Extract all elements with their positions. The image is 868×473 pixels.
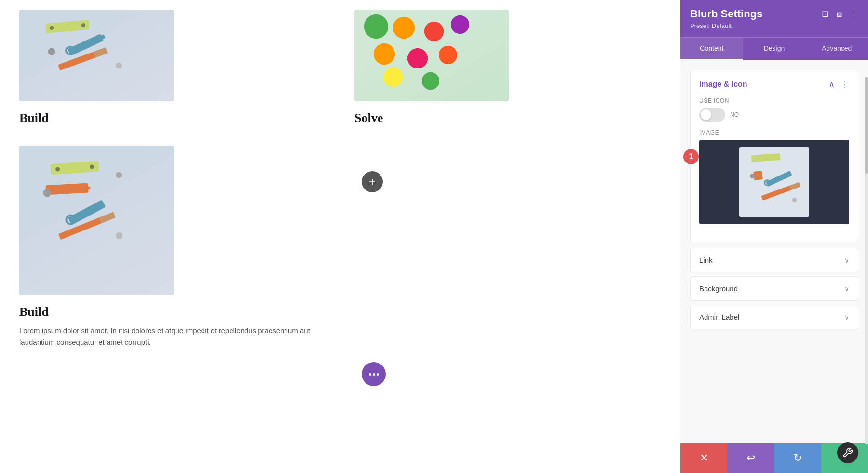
- image-icon-section: Image & Icon ∧ ⋮ 1 Use Icon NO Ima: [690, 70, 858, 243]
- settings-header: Blurb Settings ⊡ ⧈ ⋮ Preset: Default: [680, 0, 868, 37]
- cancel-icon: ✕: [700, 452, 708, 464]
- tab-design[interactable]: Design: [743, 38, 806, 60]
- add-icon: +: [369, 175, 376, 189]
- blurb-grid: Build: [19, 10, 661, 348]
- use-icon-label: Use Icon: [699, 97, 849, 104]
- wrench-icon: [842, 447, 853, 458]
- tab-content[interactable]: Content: [680, 38, 743, 60]
- settings-title: Blurb Settings: [690, 8, 762, 20]
- link-section-title: Link: [699, 256, 713, 264]
- background-accordion: Background ∨: [690, 276, 858, 301]
- use-icon-field: Use Icon NO: [699, 97, 849, 122]
- main-content: Build: [0, 0, 680, 473]
- settings-body: Image & Icon ∧ ⋮ 1 Use Icon NO Ima: [680, 60, 868, 443]
- preset-label: Preset: Default: [690, 22, 858, 29]
- scrollbar-thumb[interactable]: [865, 77, 868, 174]
- blurb-image-build-bottom: [19, 146, 174, 295]
- redo-button[interactable]: ↻: [774, 443, 821, 473]
- header-icons: ⊡ ⧈ ⋮: [822, 9, 858, 19]
- background-accordion-arrow: ∨: [844, 285, 849, 293]
- toggle-value: NO: [730, 111, 739, 118]
- tab-advanced[interactable]: Advanced: [805, 38, 868, 60]
- scrollbar-track: [865, 77, 868, 444]
- kebab-icon[interactable]: ⋮: [850, 9, 858, 19]
- section-menu-icon[interactable]: ⋮: [841, 79, 849, 90]
- blurb-image-solve: [354, 10, 509, 101]
- background-accordion-header[interactable]: Background ∨: [691, 277, 858, 300]
- settings-tabs: Content Design Advanced: [680, 37, 868, 60]
- image-thumbnail: [739, 147, 809, 217]
- more-options-button[interactable]: [362, 362, 386, 386]
- blurb-card-empty: [354, 146, 661, 348]
- admin-label-section-title: Admin Label: [699, 313, 739, 321]
- blurb-card-solve: Solve: [354, 10, 661, 131]
- background-section-title: Background: [699, 284, 738, 293]
- redo-icon: ↻: [793, 452, 802, 464]
- settings-panel: Blurb Settings ⊡ ⧈ ⋮ Preset: Default Con…: [680, 0, 868, 473]
- undo-icon: ↩: [746, 452, 755, 464]
- section-title-image-icon: Image & Icon: [699, 80, 747, 89]
- more-dots: [369, 373, 379, 376]
- admin-label-accordion-header[interactable]: Admin Label ∨: [691, 305, 858, 329]
- image-preview[interactable]: [699, 140, 849, 224]
- link-accordion-arrow: ∨: [844, 257, 849, 264]
- use-icon-toggle[interactable]: [699, 108, 725, 122]
- blurb-card-build-top: Build: [19, 10, 326, 131]
- link-accordion-header[interactable]: Link ∨: [691, 248, 858, 272]
- link-accordion: Link ∨: [690, 248, 858, 272]
- toggle-knob: [701, 109, 711, 120]
- blurb-text-build-bottom: Lorem ipsum dolor sit amet. In nisi dolo…: [19, 325, 326, 348]
- wrench-button[interactable]: [837, 442, 858, 463]
- add-blurb-button[interactable]: +: [362, 171, 383, 192]
- collapse-icon[interactable]: ∧: [828, 79, 835, 90]
- blurb-title-build-top: Build: [19, 111, 326, 125]
- admin-label-accordion-arrow: ∨: [844, 313, 849, 321]
- blurb-title-solve: Solve: [354, 111, 661, 125]
- admin-label-accordion: Admin Label ∨: [690, 305, 858, 329]
- columns-icon[interactable]: ⧈: [837, 9, 842, 19]
- blurb-image-build-top: [19, 10, 174, 101]
- fullscreen-icon[interactable]: ⊡: [822, 9, 829, 19]
- section-badge: 1: [683, 149, 699, 164]
- image-field-label: Image: [699, 129, 849, 136]
- blurb-title-build-bottom: Build: [19, 305, 326, 319]
- undo-button[interactable]: ↩: [727, 443, 774, 473]
- cancel-button[interactable]: ✕: [680, 443, 727, 473]
- blurb-card-build-bottom: Build Lorem ipsum dolor sit amet. In nis…: [19, 146, 326, 348]
